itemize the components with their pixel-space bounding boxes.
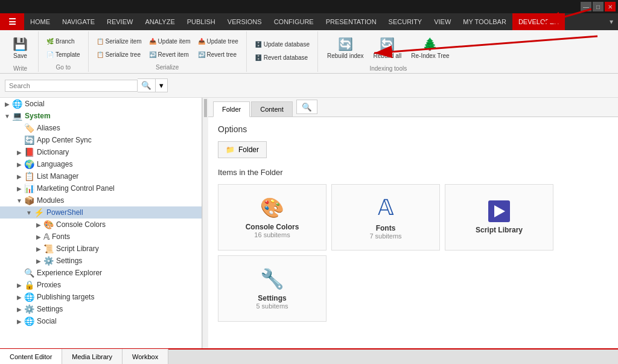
tree-label-marketing-control-panel: Marketing Control Panel: [37, 184, 202, 193]
app-center-sync-icon: 🔄: [24, 135, 34, 145]
tree-item-settings-sys[interactable]: ▶ ⚙️ Settings: [0, 303, 202, 315]
serialize-tree-icon: 📋: [97, 51, 104, 58]
proxies-icon: 🔒: [24, 280, 34, 290]
expand-icon-list-manager: ▶: [14, 173, 24, 180]
tree-item-fonts[interactable]: ▶ 𝔸 Fonts: [0, 231, 202, 243]
item-card-script-library[interactable]: Script Library: [445, 184, 553, 251]
menu-publish[interactable]: PUBLISH: [181, 13, 221, 30]
tab-folder[interactable]: Folder: [213, 101, 250, 117]
tree-label-languages: Languages: [37, 160, 202, 168]
revert-database-button[interactable]: 🗄️ Revert database: [252, 51, 313, 65]
tree-item-script-library[interactable]: ▶ 📜 Script Library: [0, 243, 202, 255]
tab-search-button[interactable]: 🔍: [296, 100, 317, 114]
tree-item-system[interactable]: ▼ 💻 System: [0, 110, 202, 122]
close-button[interactable]: ✕: [605, 2, 616, 11]
menu-versions[interactable]: VERSIONS: [221, 13, 268, 30]
menu-analyze[interactable]: ANALYZE: [139, 13, 180, 30]
tree-item-marketing-control-panel[interactable]: ▶ 📊 Marketing Control Panel: [0, 182, 202, 194]
search-input[interactable]: [5, 80, 138, 92]
write-group-label: Write: [13, 64, 27, 72]
serialize-tree-button[interactable]: 📋 Serialize tree: [94, 48, 145, 61]
bottom-tab-content-editor[interactable]: Content Editor: [0, 349, 62, 364]
app-logo[interactable]: ☰: [0, 13, 24, 30]
branch-button[interactable]: 🌿 Branch: [43, 34, 83, 48]
folder-button[interactable]: 📁 Folder: [218, 141, 267, 158]
serialize-item-icon: 📋: [97, 38, 104, 45]
rebuild-index-icon: 🔄: [338, 37, 353, 51]
system-icon: 💻: [12, 111, 22, 121]
ribbon-group-template: 🌿 Branch 📄 Template Go to: [39, 31, 89, 72]
tree-item-dictionary[interactable]: ▶ 📕 Dictionary: [0, 146, 202, 158]
title-bar: — □ ✕: [0, 0, 618, 13]
ribbon-group-database: 🗄️ Update database 🗄️ Revert database: [247, 31, 318, 72]
tree-item-proxies[interactable]: ▶ 🔒 Proxies: [0, 279, 202, 291]
revert-tree-button[interactable]: ↩️ Revert tree: [195, 48, 241, 61]
expand-icon-settings-sys: ▶: [14, 306, 24, 313]
maximize-button[interactable]: □: [593, 2, 604, 11]
serialize-group-label: Serialize: [156, 63, 179, 71]
update-tree-button[interactable]: 📥 Update tree: [195, 34, 241, 48]
menu-review[interactable]: REVIEW: [101, 13, 139, 30]
search-button[interactable]: 🔍: [138, 78, 156, 92]
bottom-tabs: Content Editor Media Library Workbox: [0, 348, 618, 364]
revert-tree-icon: ↩️: [198, 51, 205, 58]
menu-view[interactable]: VIEW: [428, 13, 457, 30]
minimize-button[interactable]: —: [581, 2, 591, 11]
expand-icon-languages: ▶: [14, 161, 24, 168]
menu-mytoolbar[interactable]: MY TOOLBAR: [457, 13, 512, 30]
tree-label-social: Social: [25, 100, 202, 108]
expand-icon-script-library: ▶: [34, 246, 43, 252]
search-dropdown-button[interactable]: ▾: [156, 78, 168, 92]
bottom-tab-media-library[interactable]: Media Library: [62, 349, 123, 364]
marketing-control-panel-icon: 📊: [24, 184, 34, 193]
tree-item-aliases[interactable]: 🏷️ Aliases: [0, 122, 202, 134]
tree-item-experience-explorer[interactable]: 🔍 Experience Explorer: [0, 267, 202, 279]
template-button[interactable]: 📄 Template: [43, 48, 83, 61]
tree-item-languages[interactable]: ▶ 🌍 Languages: [0, 158, 202, 170]
tree-item-publishing-targets[interactable]: ▶ 🌐 Publishing targets: [0, 291, 202, 303]
tree-item-social[interactable]: ▶ 🌐 Social: [0, 98, 202, 110]
tree-item-modules[interactable]: ▼ 📦 Modules: [0, 194, 202, 206]
tree-item-console-colors[interactable]: ▶ 🎨 Console Colors: [0, 219, 202, 231]
console-colors-card-icon: 🎨: [260, 196, 284, 219]
ribbon: 💾 Save Write 🌿 Branch 📄 Template: [0, 30, 618, 74]
item-card-console-colors[interactable]: 🎨 Console Colors 16 subitems: [218, 184, 327, 251]
menu-presentation[interactable]: PRESENTATION: [320, 13, 383, 30]
menu-navigate[interactable]: NAVIGATE: [56, 13, 101, 30]
item-card-fonts[interactable]: 𝔸 Fonts 7 subitems: [331, 184, 440, 251]
rebuild-all-button[interactable]: 🔄 Rebuild all: [369, 33, 406, 64]
serialize-item-button[interactable]: 📋 Serialize item: [94, 34, 145, 48]
item-card-settings[interactable]: 🔧 Settings 5 subitems: [218, 255, 327, 322]
options-title: Options: [218, 124, 608, 134]
tab-content[interactable]: Content: [251, 101, 293, 117]
expand-icon-fonts: ▶: [34, 234, 43, 240]
menu-security[interactable]: SECURITY: [383, 13, 428, 30]
expand-icon-publishing: ▶: [14, 294, 24, 301]
ribbon-serialize-buttons: 📋 Serialize item 📋 Serialize tree 📥 Upda…: [94, 33, 241, 63]
tree-item-social-sys[interactable]: ▶ 🌐 Social: [0, 315, 202, 327]
tree-item-list-manager[interactable]: ▶ 📋 List Manager: [0, 170, 202, 182]
tree-item-settings-ps[interactable]: ▶ ⚙️ Settings: [0, 255, 202, 267]
window-controls: — □ ✕: [581, 2, 616, 11]
update-item-button[interactable]: 📥 Update item: [146, 34, 194, 48]
re-index-tree-button[interactable]: 🌲 Re-Index Tree: [407, 33, 453, 64]
template-label: Template: [56, 51, 80, 58]
tree-item-app-center-sync[interactable]: 🔄 App Center Sync: [0, 134, 202, 146]
content-tabs: Folder Content 🔍: [208, 98, 618, 117]
goto-group-label: Go to: [56, 63, 71, 71]
menu-home[interactable]: HOME: [24, 13, 56, 30]
sidebar-scrollbar[interactable]: [202, 98, 208, 348]
expand-icon-social-sys: ▶: [14, 318, 24, 325]
menu-configure[interactable]: CONFIGURE: [268, 13, 320, 30]
save-button[interactable]: 💾 Save: [8, 33, 33, 64]
tree-item-powershell[interactable]: ▼ ⚡ PowerShell: [0, 206, 202, 219]
indexing-group-label: Indexing tools: [369, 64, 407, 72]
update-database-button[interactable]: 🗄️ Update database: [252, 38, 313, 51]
menu-developer[interactable]: DEVELOPER: [512, 13, 565, 30]
bottom-tab-workbox[interactable]: Workbox: [123, 349, 168, 364]
dictionary-icon: 📕: [24, 147, 34, 157]
revert-item-button[interactable]: ↩️ Revert item: [146, 48, 194, 61]
rebuild-index-button[interactable]: 🔄 Rebuild index: [323, 33, 368, 64]
save-icon: 💾: [13, 37, 28, 51]
main-layout: ▶ 🌐 Social ▼ 💻 System 🏷️ Aliases 🔄 App C…: [0, 98, 618, 348]
